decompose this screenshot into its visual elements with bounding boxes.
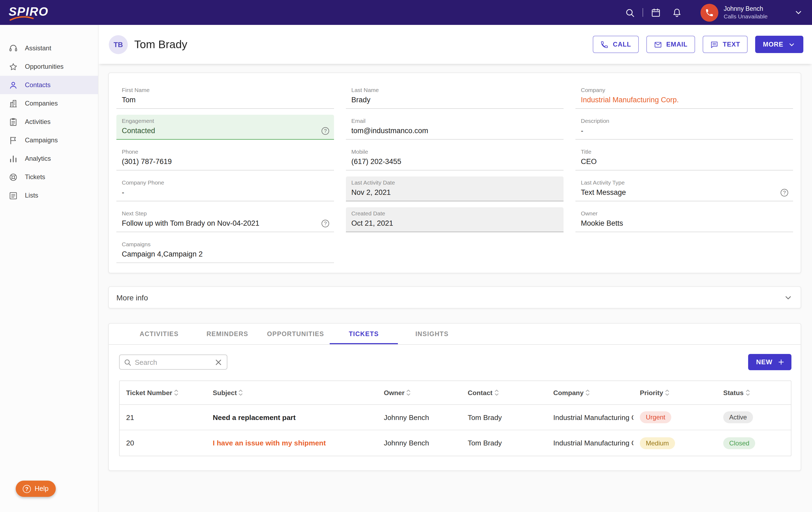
tab-insights[interactable]: INSIGHTS bbox=[398, 324, 466, 344]
email-button[interactable]: EMAIL bbox=[646, 36, 695, 53]
tab-tickets[interactable]: TICKETS bbox=[330, 324, 398, 344]
column-header-status[interactable]: Status bbox=[717, 389, 791, 397]
tab-opportunities[interactable]: OPPORTUNITIES bbox=[261, 324, 330, 344]
sort-icon[interactable] bbox=[745, 389, 750, 397]
column-header-label: Company bbox=[553, 389, 584, 396]
sidebar-item-companies[interactable]: Companies bbox=[0, 94, 98, 113]
contact-fields: First Name Tom Last Name Brady Company bbox=[109, 73, 801, 273]
call-button[interactable]: CALL bbox=[593, 36, 638, 53]
contact-field-mobile[interactable]: Mobile (617) 202-3455 bbox=[346, 146, 563, 171]
calendar-icon[interactable] bbox=[651, 7, 661, 18]
sort-icon[interactable] bbox=[585, 389, 590, 397]
help-icon[interactable] bbox=[781, 189, 788, 197]
field-value: CEO bbox=[581, 157, 788, 167]
cell-owner: Johnny Bench bbox=[377, 439, 461, 447]
user-info[interactable]: Johnny Bench Calls Unavailable bbox=[724, 5, 767, 20]
more-button[interactable]: MORE bbox=[755, 36, 803, 53]
contact-field-last-activity-date[interactable]: Last Activity Date Nov 2, 2021 bbox=[346, 176, 563, 201]
contact-field-next-step[interactable]: Next Step Follow up with Tom Brady on No… bbox=[116, 207, 334, 232]
new-ticket-button[interactable]: NEW bbox=[748, 354, 791, 370]
field-label: Last Activity Date bbox=[351, 179, 558, 186]
contact-field-owner[interactable]: Owner Mookie Betts bbox=[575, 207, 793, 232]
ticket-row[interactable]: 20 I have an issue with my shipment John… bbox=[120, 430, 791, 456]
contact-field-created-date[interactable]: Created Date Oct 21, 2021 bbox=[346, 207, 563, 232]
sidebar-item-tickets[interactable]: Tickets bbox=[0, 168, 98, 186]
sidebar-item-label: Tickets bbox=[25, 173, 45, 181]
field-value: Mookie Betts bbox=[581, 219, 788, 229]
cell-contact: Tom Brady bbox=[461, 413, 547, 421]
search-icon[interactable] bbox=[625, 7, 635, 18]
cell-subject[interactable]: I have an issue with my shipment bbox=[206, 439, 377, 447]
sidebar-item-activities[interactable]: Activities bbox=[0, 113, 98, 131]
sidebar-item-contacts[interactable]: Contacts bbox=[0, 76, 98, 94]
search-icon bbox=[123, 358, 132, 366]
more-info-bar[interactable]: More info bbox=[108, 286, 801, 308]
text-button[interactable]: TEXT bbox=[703, 36, 748, 53]
chevron-down-icon bbox=[788, 40, 796, 49]
column-header-contact[interactable]: Contact bbox=[461, 389, 547, 397]
help-icon[interactable] bbox=[322, 127, 329, 135]
sidebar-item-opportunities[interactable]: Opportunities bbox=[0, 57, 98, 76]
call-button-label: CALL bbox=[613, 40, 631, 48]
contact-field-email[interactable]: Email tom@industmanco.com bbox=[346, 115, 563, 140]
column-header-owner[interactable]: Owner bbox=[377, 389, 461, 397]
topbar-divider bbox=[643, 8, 643, 17]
status-badge: Closed bbox=[723, 437, 755, 449]
tabs-bar: ACTIVITIES REMINDERS OPPORTUNITIES TICKE… bbox=[109, 324, 801, 345]
chevron-down-icon[interactable] bbox=[793, 7, 803, 17]
sidebar-item-label: Lists bbox=[25, 191, 38, 199]
sort-icon[interactable] bbox=[406, 389, 411, 397]
field-label: Phone bbox=[122, 148, 328, 155]
field-value: Tom bbox=[122, 95, 328, 105]
sort-icon[interactable] bbox=[665, 389, 670, 397]
column-header-priority[interactable]: Priority bbox=[633, 389, 717, 397]
contact-actions: CALL EMAIL TEXT MORE bbox=[593, 36, 803, 53]
contact-field-title[interactable]: Title CEO bbox=[575, 146, 793, 171]
sort-icon[interactable] bbox=[174, 389, 179, 397]
tab-reminders[interactable]: REMINDERS bbox=[193, 324, 261, 344]
field-label: Engagement bbox=[122, 117, 328, 124]
search-input[interactable] bbox=[135, 358, 210, 366]
column-header-ticket-number[interactable]: Ticket Number bbox=[120, 389, 206, 397]
sidebar-item-assistant[interactable]: Assistant bbox=[0, 39, 98, 57]
contact-field-company-phone[interactable]: Company Phone - bbox=[116, 176, 334, 201]
logo-swoosh-icon bbox=[9, 16, 34, 21]
contact-field-first-name[interactable]: First Name Tom bbox=[116, 84, 334, 109]
tickets-table: Ticket Number Subject Owner bbox=[119, 381, 791, 456]
help-button[interactable]: Help bbox=[16, 481, 56, 497]
column-header-company[interactable]: Company bbox=[547, 389, 633, 397]
field-value: Nov 2, 2021 bbox=[351, 188, 558, 198]
sidebar-item-analytics[interactable]: Analytics bbox=[0, 149, 98, 168]
user-avatar-phone[interactable] bbox=[700, 3, 718, 21]
sort-icon[interactable] bbox=[238, 389, 243, 397]
field-label: Company bbox=[581, 87, 788, 93]
contact-field-campaigns[interactable]: Campaigns Campaign 4,Campaign 2 bbox=[116, 238, 334, 263]
contact-field-last-activity-type[interactable]: Last Activity Type Text Message bbox=[575, 176, 793, 201]
column-header-label: Priority bbox=[640, 389, 663, 396]
contact-field-company[interactable]: Company Industrial Manufacturing Corp. bbox=[575, 84, 793, 109]
column-header-subject[interactable]: Subject bbox=[206, 389, 377, 397]
contact-field-last-name[interactable]: Last Name Brady bbox=[346, 84, 563, 109]
contact-field-phone[interactable]: Phone (301) 787-7619 bbox=[116, 146, 334, 171]
tab-activities[interactable]: ACTIVITIES bbox=[125, 324, 193, 344]
spiro-logo[interactable]: SPIRO bbox=[9, 5, 49, 20]
sidebar-item-label: Contacts bbox=[25, 81, 51, 89]
sidebar-item-lists[interactable]: Lists bbox=[0, 186, 98, 205]
contact-field-description[interactable]: Description - bbox=[575, 115, 793, 140]
help-icon[interactable] bbox=[322, 220, 329, 227]
cell-subject[interactable]: Need a replacement part bbox=[206, 413, 377, 421]
field-label: Owner bbox=[581, 210, 788, 216]
clear-search-button[interactable] bbox=[214, 358, 223, 367]
text-button-label: TEXT bbox=[723, 40, 740, 48]
contact-header: TB Tom Brady CALL EMAIL TEXT MORE bbox=[98, 25, 812, 64]
column-header-label: Ticket Number bbox=[126, 389, 172, 396]
field-label: Created Date bbox=[351, 210, 558, 216]
sidebar-item-label: Opportunities bbox=[25, 63, 64, 70]
contact-field-engagement[interactable]: Engagement Contacted bbox=[116, 115, 334, 140]
chevron-down-icon[interactable] bbox=[783, 293, 793, 302]
user-status: Calls Unavailable bbox=[724, 13, 767, 20]
bell-icon[interactable] bbox=[672, 7, 682, 18]
sort-icon[interactable] bbox=[494, 389, 499, 397]
sidebar-item-campaigns[interactable]: Campaigns bbox=[0, 131, 98, 149]
ticket-row[interactable]: 21 Need a replacement part Johnny Bench … bbox=[120, 405, 791, 430]
